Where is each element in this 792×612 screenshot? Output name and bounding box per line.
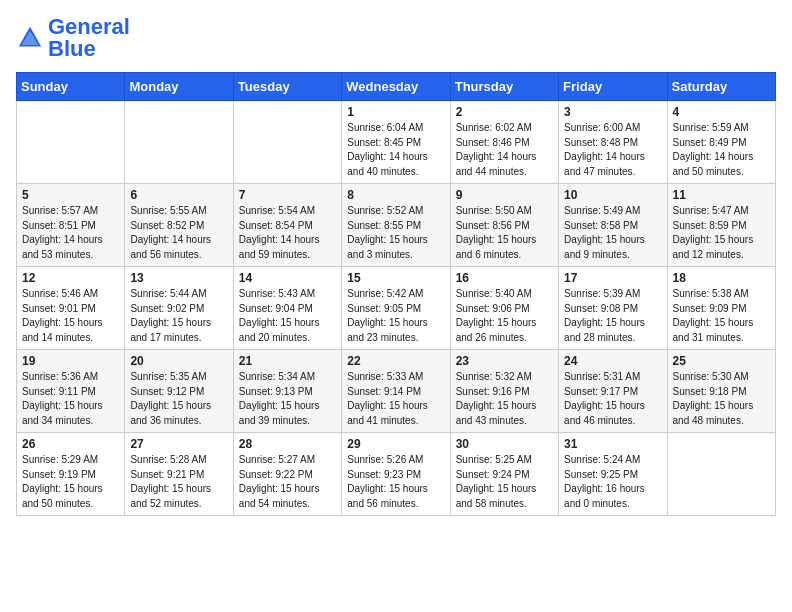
day-cell: 5Sunrise: 5:57 AMSunset: 8:51 PMDaylight… [17,184,125,267]
week-row-5: 26Sunrise: 5:29 AMSunset: 9:19 PMDayligh… [17,433,776,516]
day-number: 15 [347,271,444,285]
day-info: Sunrise: 5:38 AMSunset: 9:09 PMDaylight:… [673,287,770,345]
day-cell: 9Sunrise: 5:50 AMSunset: 8:56 PMDaylight… [450,184,558,267]
logo: GeneralBlue [16,16,130,60]
day-cell: 23Sunrise: 5:32 AMSunset: 9:16 PMDayligh… [450,350,558,433]
day-info: Sunrise: 5:26 AMSunset: 9:23 PMDaylight:… [347,453,444,511]
day-info: Sunrise: 5:34 AMSunset: 9:13 PMDaylight:… [239,370,336,428]
day-header-tuesday: Tuesday [233,73,341,101]
day-cell: 21Sunrise: 5:34 AMSunset: 9:13 PMDayligh… [233,350,341,433]
day-number: 9 [456,188,553,202]
day-number: 26 [22,437,119,451]
day-number: 22 [347,354,444,368]
day-header-wednesday: Wednesday [342,73,450,101]
day-info: Sunrise: 5:52 AMSunset: 8:55 PMDaylight:… [347,204,444,262]
day-number: 25 [673,354,770,368]
day-header-sunday: Sunday [17,73,125,101]
day-header-thursday: Thursday [450,73,558,101]
day-info: Sunrise: 5:24 AMSunset: 9:25 PMDaylight:… [564,453,661,511]
day-cell: 7Sunrise: 5:54 AMSunset: 8:54 PMDaylight… [233,184,341,267]
day-cell: 28Sunrise: 5:27 AMSunset: 9:22 PMDayligh… [233,433,341,516]
day-info: Sunrise: 5:29 AMSunset: 9:19 PMDaylight:… [22,453,119,511]
logo-text: GeneralBlue [48,16,130,60]
day-number: 11 [673,188,770,202]
day-number: 21 [239,354,336,368]
day-cell: 16Sunrise: 5:40 AMSunset: 9:06 PMDayligh… [450,267,558,350]
day-number: 1 [347,105,444,119]
day-info: Sunrise: 5:44 AMSunset: 9:02 PMDaylight:… [130,287,227,345]
day-info: Sunrise: 5:46 AMSunset: 9:01 PMDaylight:… [22,287,119,345]
day-number: 27 [130,437,227,451]
day-cell: 12Sunrise: 5:46 AMSunset: 9:01 PMDayligh… [17,267,125,350]
day-cell: 29Sunrise: 5:26 AMSunset: 9:23 PMDayligh… [342,433,450,516]
day-info: Sunrise: 5:33 AMSunset: 9:14 PMDaylight:… [347,370,444,428]
day-info: Sunrise: 5:28 AMSunset: 9:21 PMDaylight:… [130,453,227,511]
day-cell [233,101,341,184]
day-info: Sunrise: 5:49 AMSunset: 8:58 PMDaylight:… [564,204,661,262]
day-number: 28 [239,437,336,451]
day-cell: 13Sunrise: 5:44 AMSunset: 9:02 PMDayligh… [125,267,233,350]
day-number: 13 [130,271,227,285]
day-info: Sunrise: 6:00 AMSunset: 8:48 PMDaylight:… [564,121,661,179]
days-header-row: SundayMondayTuesdayWednesdayThursdayFrid… [17,73,776,101]
day-info: Sunrise: 5:55 AMSunset: 8:52 PMDaylight:… [130,204,227,262]
day-number: 18 [673,271,770,285]
day-header-friday: Friday [559,73,667,101]
day-number: 6 [130,188,227,202]
day-cell: 24Sunrise: 5:31 AMSunset: 9:17 PMDayligh… [559,350,667,433]
week-row-2: 5Sunrise: 5:57 AMSunset: 8:51 PMDaylight… [17,184,776,267]
day-cell: 17Sunrise: 5:39 AMSunset: 9:08 PMDayligh… [559,267,667,350]
day-number: 14 [239,271,336,285]
day-cell [17,101,125,184]
day-cell [125,101,233,184]
day-cell: 20Sunrise: 5:35 AMSunset: 9:12 PMDayligh… [125,350,233,433]
day-cell: 4Sunrise: 5:59 AMSunset: 8:49 PMDaylight… [667,101,775,184]
day-info: Sunrise: 5:30 AMSunset: 9:18 PMDaylight:… [673,370,770,428]
day-number: 16 [456,271,553,285]
day-info: Sunrise: 6:02 AMSunset: 8:46 PMDaylight:… [456,121,553,179]
day-cell: 11Sunrise: 5:47 AMSunset: 8:59 PMDayligh… [667,184,775,267]
day-cell: 27Sunrise: 5:28 AMSunset: 9:21 PMDayligh… [125,433,233,516]
calendar-table: SundayMondayTuesdayWednesdayThursdayFrid… [16,72,776,516]
day-info: Sunrise: 5:25 AMSunset: 9:24 PMDaylight:… [456,453,553,511]
week-row-4: 19Sunrise: 5:36 AMSunset: 9:11 PMDayligh… [17,350,776,433]
day-info: Sunrise: 5:42 AMSunset: 9:05 PMDaylight:… [347,287,444,345]
day-info: Sunrise: 5:54 AMSunset: 8:54 PMDaylight:… [239,204,336,262]
day-info: Sunrise: 5:31 AMSunset: 9:17 PMDaylight:… [564,370,661,428]
day-info: Sunrise: 5:43 AMSunset: 9:04 PMDaylight:… [239,287,336,345]
day-number: 19 [22,354,119,368]
day-number: 20 [130,354,227,368]
day-number: 24 [564,354,661,368]
day-number: 5 [22,188,119,202]
day-number: 8 [347,188,444,202]
day-cell: 6Sunrise: 5:55 AMSunset: 8:52 PMDaylight… [125,184,233,267]
day-number: 3 [564,105,661,119]
day-info: Sunrise: 5:39 AMSunset: 9:08 PMDaylight:… [564,287,661,345]
page-header: GeneralBlue [16,16,776,60]
day-cell: 22Sunrise: 5:33 AMSunset: 9:14 PMDayligh… [342,350,450,433]
day-cell: 14Sunrise: 5:43 AMSunset: 9:04 PMDayligh… [233,267,341,350]
day-cell: 19Sunrise: 5:36 AMSunset: 9:11 PMDayligh… [17,350,125,433]
week-row-3: 12Sunrise: 5:46 AMSunset: 9:01 PMDayligh… [17,267,776,350]
day-number: 30 [456,437,553,451]
day-info: Sunrise: 5:32 AMSunset: 9:16 PMDaylight:… [456,370,553,428]
day-cell [667,433,775,516]
day-cell: 3Sunrise: 6:00 AMSunset: 8:48 PMDaylight… [559,101,667,184]
day-number: 10 [564,188,661,202]
day-info: Sunrise: 6:04 AMSunset: 8:45 PMDaylight:… [347,121,444,179]
day-info: Sunrise: 5:50 AMSunset: 8:56 PMDaylight:… [456,204,553,262]
day-header-saturday: Saturday [667,73,775,101]
day-number: 29 [347,437,444,451]
day-cell: 31Sunrise: 5:24 AMSunset: 9:25 PMDayligh… [559,433,667,516]
day-number: 23 [456,354,553,368]
day-cell: 25Sunrise: 5:30 AMSunset: 9:18 PMDayligh… [667,350,775,433]
day-cell: 18Sunrise: 5:38 AMSunset: 9:09 PMDayligh… [667,267,775,350]
day-info: Sunrise: 5:47 AMSunset: 8:59 PMDaylight:… [673,204,770,262]
day-info: Sunrise: 5:35 AMSunset: 9:12 PMDaylight:… [130,370,227,428]
day-cell: 1Sunrise: 6:04 AMSunset: 8:45 PMDaylight… [342,101,450,184]
week-row-1: 1Sunrise: 6:04 AMSunset: 8:45 PMDaylight… [17,101,776,184]
day-header-monday: Monday [125,73,233,101]
logo-icon [16,24,44,52]
day-cell: 30Sunrise: 5:25 AMSunset: 9:24 PMDayligh… [450,433,558,516]
day-number: 7 [239,188,336,202]
